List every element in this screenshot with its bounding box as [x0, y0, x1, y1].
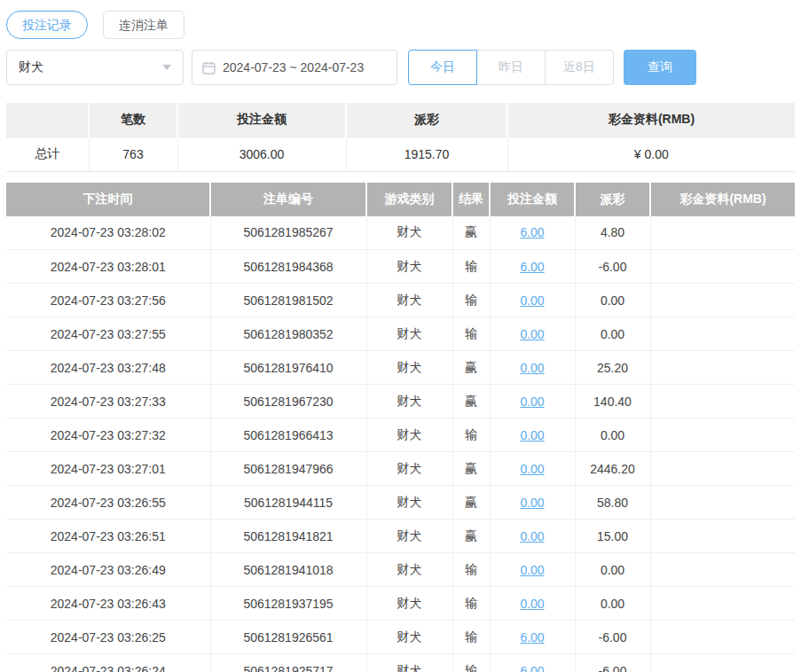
summary-header-row: 笔数 投注金额 派彩 彩金资料(RMB) [6, 103, 795, 137]
table-row: 2024-07-23 03:27:32 5061281966413 财犬 输 0… [6, 418, 795, 452]
bet-amount-link[interactable]: 0.00 [520, 529, 544, 543]
date-range-value: 2024-07-23 ~ 2024-07-23 [223, 60, 364, 74]
cell-result: 输 [452, 317, 490, 351]
cell-order-number: 5061281967230 [210, 385, 366, 418]
game-select[interactable]: 财犬 [6, 50, 184, 85]
date-range-input[interactable]: 2024-07-23 ~ 2024-07-23 [192, 50, 397, 85]
cell-bonus [650, 216, 795, 250]
bet-amount-link[interactable]: 6.00 [520, 225, 544, 239]
cell-game-type: 财犬 [366, 587, 452, 621]
cell-game-type: 财犬 [366, 250, 452, 284]
summary-total-payout: 1915.70 [346, 137, 507, 171]
cell-bonus [650, 351, 795, 385]
tab-betting-records[interactable]: 投注记录 [6, 11, 88, 39]
summary-total-count: 763 [89, 137, 177, 171]
cell-bet-amount: 0.00 [490, 284, 575, 317]
cell-payout: 58.80 [575, 486, 650, 520]
bet-amount-link[interactable]: 0.00 [520, 327, 544, 341]
cell-bet-time: 2024-07-23 03:27:01 [6, 452, 210, 486]
cell-result: 输 [452, 553, 490, 587]
tab-cancelled-orders[interactable]: 连消注单 [103, 11, 185, 39]
yesterday-button[interactable]: 昨日 [476, 50, 546, 85]
cell-bet-amount: 0.00 [490, 385, 575, 418]
bet-amount-link[interactable]: 6.00 [520, 630, 544, 645]
cell-bet-time: 2024-07-23 03:27:55 [6, 317, 210, 351]
table-row: 2024-07-23 03:26:43 5061281937195 财犬 输 0… [6, 587, 795, 621]
cell-payout: -6.00 [575, 250, 650, 284]
cell-bet-amount: 0.00 [490, 317, 575, 351]
summary-total-bonus: ¥ 0.00 [507, 137, 795, 171]
cell-order-number: 5061281941018 [210, 553, 366, 587]
cell-game-type: 财犬 [366, 553, 452, 587]
bet-amount-link[interactable]: 0.00 [520, 428, 544, 442]
cell-order-number: 5061281976410 [210, 351, 366, 385]
col-header-bet-amount: 投注金额 [490, 183, 575, 216]
bet-amount-link[interactable]: 6.00 [520, 664, 544, 672]
chevron-down-icon [162, 65, 171, 70]
cell-order-number: 5061281947966 [210, 452, 366, 486]
bet-amount-link[interactable]: 0.00 [520, 462, 544, 476]
col-header-game-type: 游戏类别 [366, 183, 452, 216]
bet-amount-link[interactable]: 0.00 [520, 563, 544, 577]
cell-bonus [650, 520, 795, 553]
cell-bonus [650, 317, 795, 351]
cell-game-type: 财犬 [366, 284, 452, 317]
filter-bar: 财犬 2024-07-23 ~ 2024-07-23 今日 昨日 近8日 查询 [6, 50, 795, 85]
bet-amount-link[interactable]: 0.00 [520, 361, 544, 375]
cell-bonus [650, 284, 795, 317]
top-tabs: 投注记录 连消注单 [6, 11, 795, 39]
cell-payout: 0.00 [575, 284, 650, 317]
cell-bet-amount: 0.00 [490, 452, 575, 486]
quick-date-button-group: 今日 昨日 近8日 [408, 50, 614, 85]
table-row: 2024-07-23 03:28:01 5061281984368 财犬 输 6… [6, 250, 795, 284]
cell-result: 输 [452, 621, 490, 654]
cell-payout: 0.00 [575, 418, 650, 452]
cell-bonus [650, 486, 795, 520]
bet-amount-link[interactable]: 0.00 [520, 395, 544, 409]
cell-bet-amount: 0.00 [490, 351, 575, 385]
cell-result: 输 [452, 587, 490, 621]
cell-bet-amount: 6.00 [490, 250, 575, 284]
cell-game-type: 财犬 [366, 654, 452, 672]
cell-bet-time: 2024-07-23 03:26:24 [6, 654, 210, 672]
cell-order-number: 5061281966413 [210, 418, 366, 452]
table-row: 2024-07-23 03:27:55 5061281980352 财犬 输 0… [6, 317, 795, 351]
cell-bet-time: 2024-07-23 03:26:55 [6, 486, 210, 520]
game-select-value: 财犬 [19, 59, 43, 75]
records-table: 下注时间 注单编号 游戏类别 结果 投注金额 派彩 彩金资料(RMB) 2024… [6, 183, 795, 672]
betting-records-page: 投注记录 连消注单 财犬 2024-07-23 ~ 2024-07-23 今日 … [0, 0, 801, 672]
bet-amount-link[interactable]: 0.00 [520, 496, 544, 510]
cell-bonus [650, 250, 795, 284]
cell-result: 赢 [452, 216, 490, 250]
cell-game-type: 财犬 [366, 216, 452, 250]
cell-bonus [650, 452, 795, 486]
cell-result: 赢 [452, 385, 490, 418]
summary-total-row: 总计 763 3006.00 1915.70 ¥ 0.00 [6, 137, 795, 171]
bet-amount-link[interactable]: 6.00 [520, 260, 544, 274]
today-button[interactable]: 今日 [408, 50, 477, 85]
cell-bet-amount: 0.00 [490, 486, 575, 520]
summary-header-payout: 派彩 [346, 103, 507, 137]
cell-bet-amount: 6.00 [490, 216, 575, 250]
summary-total-label: 总计 [6, 137, 89, 171]
query-button[interactable]: 查询 [624, 50, 696, 85]
bet-amount-link[interactable]: 0.00 [520, 293, 544, 308]
cell-bonus [650, 418, 795, 452]
last-8-days-button[interactable]: 近8日 [545, 50, 614, 85]
cell-result: 输 [452, 418, 490, 452]
cell-bet-time: 2024-07-23 03:28:02 [6, 216, 210, 250]
bet-amount-link[interactable]: 0.00 [520, 597, 544, 611]
table-row: 2024-07-23 03:27:01 5061281947966 财犬 赢 0… [6, 452, 795, 486]
cell-result: 赢 [452, 486, 490, 520]
cell-bet-time: 2024-07-23 03:26:25 [6, 621, 210, 654]
cell-bet-amount: 0.00 [490, 520, 575, 553]
records-tbody: 2024-07-23 03:28:02 5061281985267 财犬 赢 6… [6, 216, 795, 672]
cell-result: 赢 [452, 351, 490, 385]
cell-order-number: 5061281926561 [210, 621, 366, 654]
summary-total-bet-amount: 3006.00 [177, 137, 346, 171]
cell-bonus [650, 654, 795, 672]
table-row: 2024-07-23 03:28:02 5061281985267 财犬 赢 6… [6, 216, 795, 250]
cell-bet-time: 2024-07-23 03:27:56 [6, 284, 210, 317]
cell-game-type: 财犬 [366, 385, 452, 418]
cell-order-number: 5061281944115 [210, 486, 366, 520]
